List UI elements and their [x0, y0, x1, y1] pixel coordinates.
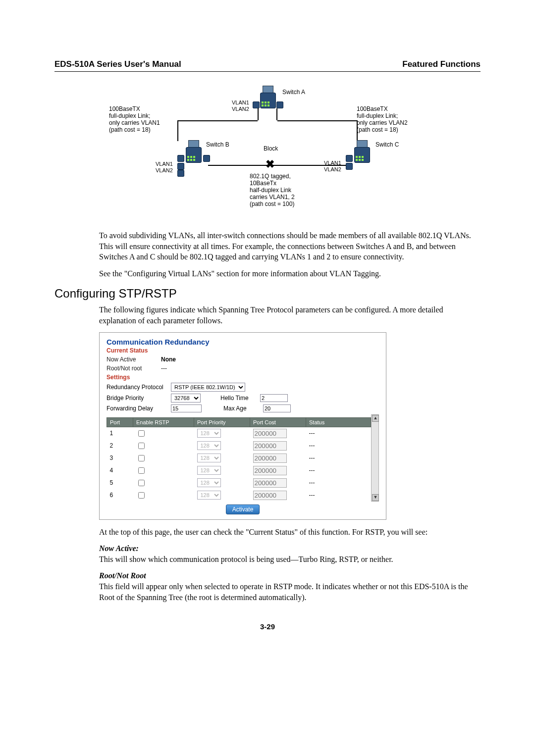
table-row: 6128--- — [107, 489, 371, 502]
block-label: Block — [264, 145, 278, 152]
header-left: EDS-510A Series User's Manual — [54, 59, 181, 69]
switch-b-icon — [183, 140, 203, 163]
redundancy-protocol-label: Redundancy Protocol — [107, 384, 166, 391]
network-diagram: Switch A VLAN1 VLAN2 100BaseTX full-dupl… — [109, 86, 426, 224]
switch-b-label: Switch B — [206, 141, 229, 148]
cell-port: 5 — [107, 477, 133, 489]
enable-rstp-checkbox[interactable] — [138, 443, 145, 449]
enable-rstp-checkbox[interactable] — [138, 455, 145, 461]
enable-rstp-checkbox[interactable] — [138, 467, 145, 474]
now-active-heading: Now Active: — [99, 544, 139, 553]
forwarding-delay-input[interactable] — [171, 404, 202, 412]
enable-rstp-checkbox[interactable] — [138, 430, 145, 437]
port-priority-select[interactable]: 128 — [197, 478, 221, 487]
col-status: Status — [306, 417, 371, 427]
port-cost-input[interactable] — [253, 466, 287, 475]
table-row: 1128--- — [107, 427, 371, 440]
switch-a-label: Switch A — [282, 89, 305, 96]
scroll-down-icon[interactable]: ▼ — [372, 494, 379, 501]
panel-title: Communication Redundancy — [107, 338, 379, 346]
col-port: Port — [107, 417, 133, 427]
col-enable: Enable RSTP — [133, 417, 194, 427]
section-heading: Configuring STP/RSTP — [54, 287, 481, 301]
center-link-caption: 802.1Q tagged, 10BaseTx half-duplex Link… — [250, 173, 334, 207]
max-age-input[interactable] — [263, 404, 291, 412]
table-row: 4128--- — [107, 464, 371, 477]
port-cost-input[interactable] — [253, 429, 287, 438]
table-scrollbar[interactable]: ▲ ▼ — [371, 414, 379, 502]
cell-status: --- — [306, 440, 371, 452]
right-link-caption: 100BaseTX full-duplex Link; only carries… — [357, 105, 431, 133]
paragraph-6: This field will appear only when selecte… — [99, 582, 468, 602]
current-status-heading: Current Status — [107, 347, 379, 354]
cell-port: 6 — [107, 489, 133, 502]
redundancy-protocol-select[interactable]: RSTP (IEEE 802.1W/1D) — [171, 383, 245, 392]
root-label: Root/Not root — [107, 365, 161, 372]
col-priority: Port Priority — [194, 417, 250, 427]
paragraph-4: At the top of this page, the user can ch… — [99, 527, 481, 538]
vlan1-label-b: VLAN1 — [156, 161, 173, 167]
vlan1-label-a-left: VLAN1 — [232, 100, 249, 105]
left-link-caption: 100BaseTX full-duplex Link; only carries… — [109, 105, 178, 133]
port-priority-select[interactable]: 128 — [197, 454, 221, 462]
table-row: 2128--- — [107, 440, 371, 452]
vlan2-label-a-left: VLAN2 — [232, 106, 249, 112]
now-active-label: Now Active — [107, 356, 161, 363]
activate-button[interactable]: Activate — [226, 504, 260, 514]
col-cost: Port Cost — [250, 417, 306, 427]
hello-time-label: Hello Time — [220, 395, 255, 402]
cell-status: --- — [306, 477, 371, 489]
port-priority-select[interactable]: 128 — [197, 491, 221, 500]
port-cost-input[interactable] — [253, 491, 287, 500]
table-row: 3128--- — [107, 452, 371, 464]
page-number: 3-29 — [54, 622, 481, 631]
enable-rstp-checkbox[interactable] — [138, 492, 145, 499]
cell-port: 4 — [107, 464, 133, 477]
bridge-priority-select[interactable]: 32768 — [171, 394, 201, 403]
switch-a-icon — [258, 86, 277, 108]
paragraph-2: See the "Configuring Virtual LANs" secti… — [99, 268, 481, 279]
port-priority-select[interactable]: 128 — [197, 466, 221, 475]
vlan2-label-c: VLAN2 — [324, 166, 341, 172]
header-right: Featured Functions — [402, 59, 481, 69]
paragraph-5: This will show which communication proto… — [99, 555, 393, 563]
switch-c-icon — [352, 140, 372, 163]
cell-status: --- — [306, 427, 371, 440]
cell-port: 1 — [107, 427, 133, 440]
vlan2-label-b: VLAN2 — [156, 167, 173, 173]
forwarding-delay-label: Forwarding Delay — [107, 405, 166, 412]
hello-time-input[interactable] — [260, 394, 288, 402]
root-value: --- — [161, 365, 220, 372]
cell-port: 2 — [107, 440, 133, 452]
port-cost-input[interactable] — [253, 478, 287, 488]
now-active-value: None — [161, 356, 220, 363]
root-not-root-heading: Root/Not Root — [99, 571, 146, 580]
scroll-up-icon[interactable]: ▲ — [372, 415, 379, 422]
block-icon: ✖ — [266, 158, 274, 171]
cell-status: --- — [306, 464, 371, 477]
port-table: Port Enable RSTP Port Priority Port Cost… — [107, 417, 371, 502]
cell-port: 3 — [107, 452, 133, 464]
max-age-label: Max Age — [223, 405, 258, 412]
bridge-priority-label: Bridge Priority — [107, 395, 166, 402]
config-panel: Communication Redundancy Current Status … — [99, 332, 386, 520]
port-priority-select[interactable]: 128 — [197, 441, 221, 450]
cell-status: --- — [306, 489, 371, 502]
port-cost-input[interactable] — [253, 454, 287, 463]
switch-c-label: Switch C — [375, 141, 399, 148]
settings-heading: Settings — [107, 374, 379, 381]
port-priority-select[interactable]: 128 — [197, 429, 221, 438]
port-cost-input[interactable] — [253, 441, 287, 451]
enable-rstp-checkbox[interactable] — [138, 480, 145, 486]
table-row: 5128--- — [107, 477, 371, 489]
paragraph-1: To avoid subdividing VLANs, all inter-sw… — [99, 230, 481, 262]
cell-status: --- — [306, 452, 371, 464]
paragraph-3: The following figures indicate which Spa… — [99, 304, 481, 326]
